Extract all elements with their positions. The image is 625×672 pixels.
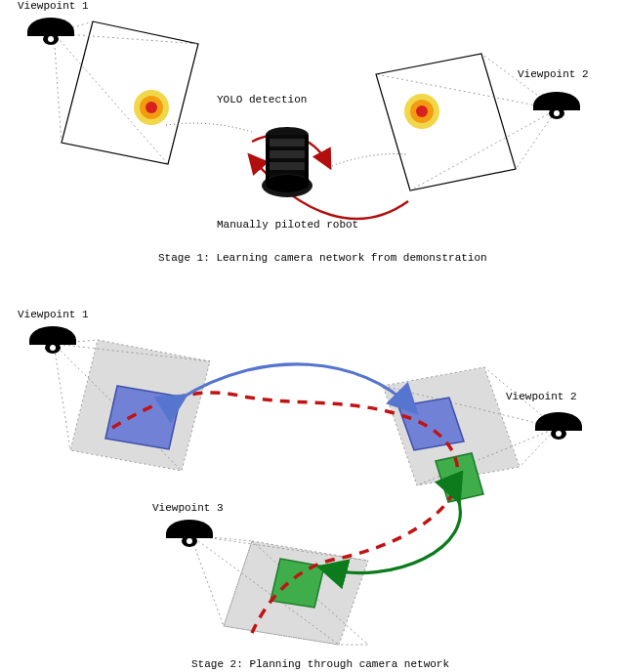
svg-rect-47 [270, 139, 305, 147]
stage1-caption: Stage 1: Learning camera network from de… [158, 252, 487, 264]
yolo-detection-label: YOLO detection [217, 94, 307, 105]
svg-marker-4 [376, 54, 516, 190]
svg-point-59 [556, 431, 562, 437]
camera-icon [25, 322, 80, 356]
camera-icon [162, 516, 217, 549]
svg-rect-52 [266, 135, 270, 184]
stage2-caption: Stage 2: Planning through camera network [191, 658, 449, 670]
stage1-plane-left [62, 21, 198, 164]
svg-marker-0 [62, 21, 198, 164]
svg-point-3 [146, 102, 157, 113]
viewpoint2-label: Viewpoint 2 [518, 68, 589, 80]
svg-line-26 [54, 344, 70, 450]
svg-line-11 [54, 33, 62, 143]
svg-rect-48 [270, 150, 305, 158]
stage1-plane-right [376, 54, 516, 190]
svg-point-62 [187, 538, 192, 544]
svg-point-51 [266, 175, 309, 192]
svg-point-7 [416, 105, 428, 117]
stage2-viewpoint2-label: Viewpoint 2 [506, 391, 577, 402]
stage2-viewpoint1-label: Viewpoint 1 [18, 309, 89, 320]
figure-root: Viewpoint 1 Viewpoint 2 YOLO detection M… [0, 0, 625, 672]
viewpoint1-label: Viewpoint 1 [18, 0, 89, 12]
stage2-viewpoint3-label: Viewpoint 3 [152, 502, 224, 514]
svg-point-56 [50, 345, 56, 351]
robot-icon [256, 125, 318, 199]
camera-icon [531, 408, 586, 441]
stage2-green-pair [271, 453, 483, 608]
stage2-blue-link [181, 364, 412, 408]
camera-icon [23, 14, 78, 47]
robot-label: Manually piloted robot [217, 219, 358, 231]
camera-icon [529, 88, 584, 121]
svg-point-41 [48, 36, 54, 42]
svg-marker-35 [105, 386, 181, 449]
svg-point-44 [554, 110, 560, 116]
svg-rect-49 [270, 162, 305, 170]
svg-rect-53 [305, 135, 309, 184]
